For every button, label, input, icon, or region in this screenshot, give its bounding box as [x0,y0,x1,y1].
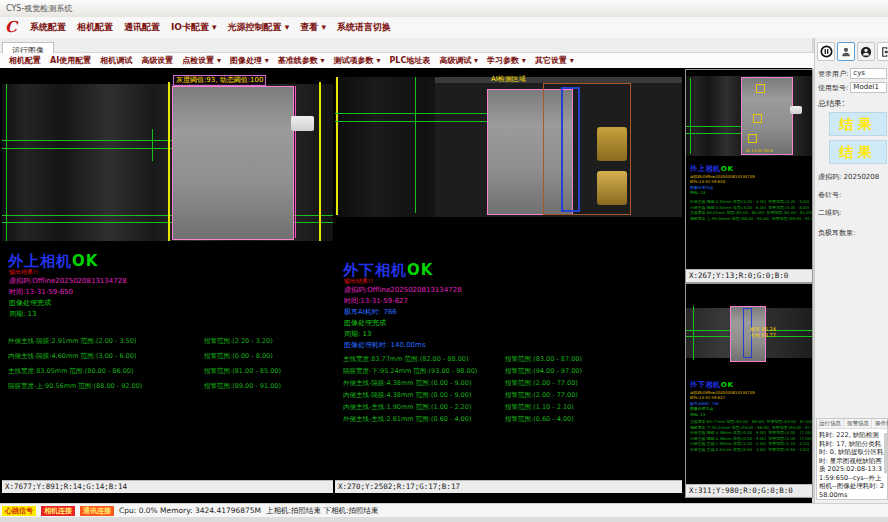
ai-time-line: 极耳AI耗时: 766 [344,307,397,317]
heartbeat-badge: 心跳信号 [2,506,36,516]
user-dark-icon [860,46,872,58]
login-user-label: 登录用户: [818,69,848,79]
measure-text: 主线宽度:83.77mm 范围:(82.00 - 88.00) [343,355,468,363]
result-ok: OK [721,381,734,389]
lower-camera-image: AI检测区域 [335,69,682,217]
result-ok: OK [407,261,433,279]
menu-io-config[interactable]: IO卡配置 ▾ [171,21,217,34]
menu-comm-config[interactable]: 通讯配置 [124,21,160,34]
thumb-image: 极耳 95.24主线 83.77 [686,302,812,374]
thumb-annotation: AI 13.00 52.8 [746,148,773,153]
measure-row: 内侧主线-隔膜:4.60mm 范围:(3.00 - 6.00) 报警范围:(0.… [8,352,329,361]
log-tab-operate[interactable]: 操作信息 [873,419,888,428]
tool-advanced-debug[interactable]: 高级调试 ▾ [439,55,478,66]
tab-connector-blob [291,116,314,131]
alarm-text: 报警范围:(2.00 - 77.00) [505,391,578,400]
thumb-annotation: 极耳 95.24主线 83.77 [750,326,776,338]
camera-view-upper[interactable]: 灰度阈值:93, 动态阈值:100 外上相机OK 输出结果!! 虚拟码:Offl… [2,69,333,493]
pause-icon [820,45,833,58]
needle-no-field: 卷针号: [818,190,887,200]
cursor-coord-bar: X:311;Y:980;R:0;G:0;B:0 [686,484,812,497]
alarm-text: 报警范围:(1.10 - 2.10) [505,403,574,412]
tool-camera-debug[interactable]: 相机调试 [100,55,132,66]
pause-button[interactable] [817,42,835,61]
tool-learn-params[interactable]: 学习参数 ▾ [487,55,526,66]
camera-result-title: 外上相机OK [690,164,812,174]
tool-ai-config[interactable]: AI使用配置 [50,55,91,66]
alarm-text: 报警范围:(2.00 - 77.00) [505,379,578,388]
thumbnail-upper-camera[interactable]: AI 13.00 52.8 外上相机OK 虚拟码:Offline20250208… [685,69,813,283]
tool-plc-table[interactable]: PLC地址表 [389,55,430,66]
camera-result-title: 外下相机OK [690,380,812,390]
measure-line-yellow [319,82,321,241]
tool-test-params[interactable]: 测试项参数 ▾ [334,55,381,66]
alarm-text: 报警范围:(0.60 - 4.00) [505,415,574,424]
threshold-overlay-label: 灰度阈值:93, 动态阈值:100 [173,75,266,86]
result-ok: OK [721,165,734,173]
result-ok: OK [72,252,98,270]
log-tab-run[interactable]: 运行信息 [817,419,844,428]
logout-button[interactable] [877,42,888,61]
user-button-secondary[interactable] [857,42,875,61]
menu-view[interactable]: 查看 ▾ [300,21,326,34]
time-line: 时间:13-31-59-627 [344,296,408,306]
defect-box-yellow [748,134,757,143]
measure-row: 内侧主线-主线:1.90mm 范围:(1.00 - 2.20) 报警范围:(1.… [343,403,678,412]
neg-tab-count-field: 负极耳数量: [818,228,887,238]
user-button-active[interactable] [837,42,855,61]
tool-bar: 相机配置 AI使用配置 相机调试 高级设置 点检设置 ▾ 图像处理 ▾ 基准线参… [0,53,821,69]
log-box: 运行信息 报警信息 操作信息 耗时: 222, 缺陷检测耗时: 17, 缺陷分类… [816,418,888,500]
model-value[interactable]: Model1 [850,82,887,93]
baseline-vertical [152,129,153,161]
measure-line-yellow [336,77,338,215]
cycle-line: 周期: 13 [344,329,372,339]
menu-language-switch[interactable]: 系统语言切换 [337,21,391,34]
measure-row: 隔膜宽度-下:95.24mm 范围:(93.00 - 98.00) 报警范围:(… [343,367,678,376]
menu-camera-config[interactable]: 相机配置 [77,21,113,34]
user-icon [840,46,852,58]
menu-system-config[interactable]: 系统配置 [30,21,66,34]
sidebar-buttons [817,42,888,61]
log-tab-alarm[interactable]: 报警信息 [845,419,872,428]
roi-rect-blue [561,87,580,212]
measure-text: 隔膜宽度-下:95.24mm 范围:(93.00 - 98.00) [343,367,477,375]
electrode-region [172,86,294,240]
measure-text: 内侧主线-隔膜:4.38mm 范围:(0.00 - 9.00) [343,391,471,399]
camera-view-lower[interactable]: AI检测区域 外下相机OK 输出结果!! 虚拟码:Offline20250208… [335,69,682,493]
logout-door-icon [880,46,888,58]
measure-text: 内侧主线-主线:1.90mm 范围:(1.00 - 2.20) [343,403,471,411]
process-time-line: 图像处理耗时: 140.00ms [344,340,426,350]
comm-link-badge: 通讯连接 [80,506,114,516]
thumbnail-lower-camera[interactable]: 极耳 95.24主线 83.77 外下相机OK 虚拟码:Offline20250… [685,283,813,498]
tool-spot-check[interactable]: 点检设置 ▾ [182,55,221,66]
qrcode-field: 二维码: [818,208,887,218]
app-window: CYS-视觉检测系统 C 系统配置 相机配置 通讯配置 IO卡配置 ▾ 光源控制… [0,0,888,522]
baseline-vertical [415,77,416,213]
login-user-row: 登录用户: cys [818,68,887,79]
virtual-code-value: 20250208 [844,173,880,181]
tool-baseline-params[interactable]: 基准线参数 ▾ [278,55,325,66]
baseline-horizontal [686,126,744,127]
alarm-text: 报警范围:(94.00 - 97.00) [505,367,582,376]
measure-text: 外侧主线-隔膜:2.91mm 范围:(2.00 - 3.50) [8,337,136,345]
upper-camera-image: 灰度阈值:93, 动态阈值:100 [2,69,333,241]
log-scrollbar[interactable] [884,433,887,473]
camera-link-badge: 相机连接 [41,506,75,516]
alarm-text: 报警范围:(83.00 - 87.00) [505,355,582,364]
window-title: CYS-视觉检测系统 [6,4,72,13]
cursor-coord-bar: X:270;Y:2502;R:17;G:17;B:17 [335,480,682,493]
thumb-info: 外下相机OK 虚拟码:Offline2025020813134728 时间:13… [690,380,812,476]
tool-advanced-settings[interactable]: 高级设置 [141,55,173,66]
tool-other-settings[interactable]: 其它设置 ▾ [535,55,574,66]
measure-row: 隔膜宽度-上:90.56mm 范围:(88.00 - 92.00) 报警范围:(… [8,382,329,391]
measure-row: 隔膜宽度-上:90.56mm 范围:(88.00 - 92.00) 报警范围:(… [690,216,812,222]
virtual-code-line: 虚拟码:Offline2025020813134728 [344,285,462,295]
tool-camera-config[interactable]: 相机配置 [9,55,41,66]
tool-image-process[interactable]: 图像处理 ▾ [230,55,269,66]
alarm-text: 报警范围:(81.00 - 85.00) [204,367,281,376]
menu-light-config[interactable]: 光源控制配置 ▾ [228,21,290,34]
log-tabs: 运行信息 报警信息 操作信息 [817,419,887,429]
measure-text: 主线宽度:83.05mm 范围:(80.00 - 86.00) [8,367,133,375]
virtual-code-field: 虚拟码: 20250208 [818,172,887,182]
login-user-value[interactable]: cys [850,68,887,79]
